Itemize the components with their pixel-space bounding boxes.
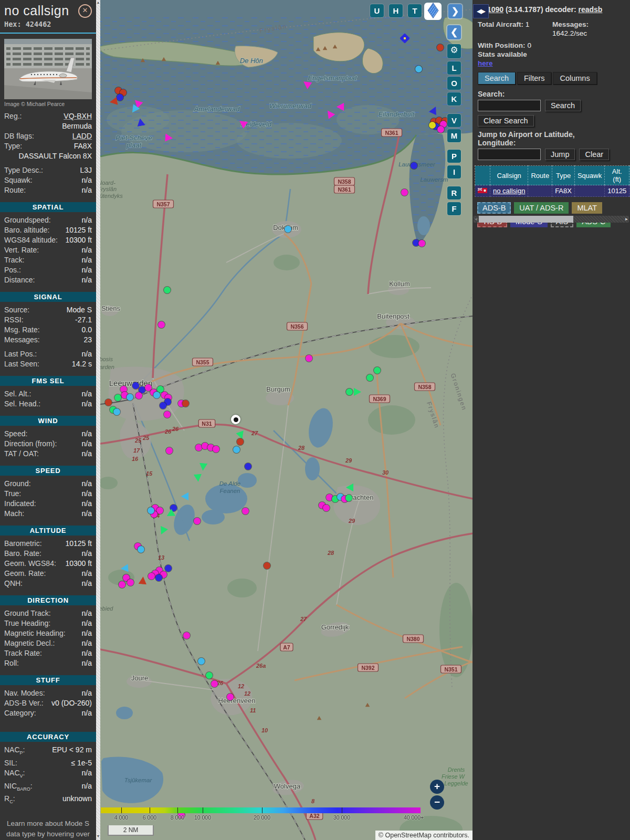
source-filter-ads-b[interactable]: ADS-B bbox=[477, 202, 511, 214]
aircraft-marker[interactable] bbox=[164, 287, 171, 293]
aircraft-marker[interactable] bbox=[206, 672, 213, 679]
aircraft-table-row[interactable]: no callsignFA8X10125 bbox=[475, 185, 630, 197]
map-button-r[interactable]: R bbox=[447, 186, 461, 200]
jump-input[interactable] bbox=[478, 149, 541, 160]
aircraft-marker[interactable] bbox=[155, 574, 162, 581]
aircraft-marker[interactable] bbox=[113, 408, 120, 415]
stats-here-link[interactable]: here bbox=[478, 59, 493, 67]
column-header[interactable]: Callsign bbox=[490, 166, 528, 185]
aircraft-marker[interactable] bbox=[127, 394, 133, 401]
aircraft-marker[interactable] bbox=[418, 240, 425, 247]
aircraft-marker[interactable] bbox=[165, 565, 172, 572]
readsb-link[interactable]: readsb bbox=[578, 5, 602, 14]
callsign-cell[interactable]: no callsign bbox=[490, 185, 528, 197]
aircraft-marker[interactable] bbox=[237, 438, 244, 445]
info-value-link[interactable]: LADD bbox=[34, 131, 92, 141]
aircraft-marker[interactable] bbox=[183, 632, 190, 639]
jump-clear-button[interactable]: Clear bbox=[579, 149, 609, 160]
aircraft-marker[interactable] bbox=[415, 66, 422, 72]
aircraft-marker[interactable] bbox=[198, 658, 205, 665]
aircraft-marker[interactable] bbox=[195, 444, 202, 451]
map-button-u[interactable]: U bbox=[370, 4, 384, 17]
aircraft-marker[interactable] bbox=[245, 463, 251, 470]
aircraft-marker[interactable] bbox=[366, 374, 373, 381]
aircraft-marker[interactable] bbox=[166, 447, 173, 454]
osm-link[interactable]: OpenStreetMap bbox=[385, 832, 431, 839]
zoom-in-button[interactable]: + bbox=[430, 780, 444, 794]
tab-columns[interactable]: Columns bbox=[553, 72, 596, 85]
scroll-right-icon[interactable]: ► bbox=[624, 216, 629, 223]
aircraft-marker[interactable] bbox=[160, 402, 166, 409]
source-filter-mlat[interactable]: MLAT bbox=[572, 202, 602, 214]
map-button-o[interactable]: O bbox=[447, 77, 461, 90]
map-button-h[interactable]: H bbox=[389, 4, 403, 17]
map-button-v[interactable]: V bbox=[447, 114, 461, 127]
tab-filters[interactable]: Filters bbox=[517, 72, 551, 85]
sidebar-scrollbar[interactable]: ▲ ▼ bbox=[96, 0, 100, 840]
aircraft-marker[interactable] bbox=[117, 94, 123, 101]
aircraft-marker[interactable] bbox=[213, 446, 219, 453]
map-button-l[interactable]: L bbox=[447, 61, 461, 75]
tab-search[interactable]: Search bbox=[478, 72, 516, 85]
close-icon[interactable]: ✕ bbox=[78, 4, 92, 18]
clear-search-button[interactable]: Clear Search bbox=[478, 115, 534, 127]
column-header[interactable]: Type bbox=[552, 166, 575, 185]
map-canvas[interactable]: N361N358N361N357N356N355N358N369N31N380A… bbox=[100, 0, 472, 840]
column-header[interactable]: Squawk bbox=[574, 166, 604, 185]
layers-button[interactable] bbox=[424, 3, 442, 20]
panel-expand-button[interactable]: ❯ bbox=[448, 4, 462, 18]
table-horizontal-scrollbar[interactable]: ◄ ► bbox=[474, 216, 629, 223]
aircraft-marker[interactable] bbox=[345, 495, 352, 501]
map-button-k[interactable]: K bbox=[447, 92, 461, 106]
aircraft-marker[interactable] bbox=[194, 518, 201, 524]
aircraft-marker[interactable] bbox=[306, 355, 312, 362]
aircraft-marker[interactable] bbox=[323, 505, 330, 511]
aircraft-marker[interactable] bbox=[114, 394, 121, 401]
scroll-left-icon[interactable]: ◄ bbox=[474, 216, 478, 223]
aircraft-marker[interactable] bbox=[437, 44, 444, 51]
search-input[interactable] bbox=[478, 100, 541, 111]
source-filter-uat-ads-r[interactable]: UAT / ADS-R bbox=[514, 202, 569, 214]
panel-toggle-icon[interactable]: ◀▶ bbox=[473, 4, 489, 18]
jump-button[interactable]: Jump bbox=[545, 149, 575, 160]
aircraft-marker[interactable] bbox=[437, 126, 444, 133]
aircraft-marker[interactable] bbox=[105, 399, 112, 406]
panel-collapse-button[interactable]: ❮ bbox=[447, 25, 461, 39]
search-button[interactable]: Search bbox=[545, 100, 581, 111]
aircraft-marker[interactable] bbox=[429, 122, 436, 129]
aircraft-photo[interactable] bbox=[4, 39, 92, 99]
map-button-t[interactable]: T bbox=[408, 4, 422, 17]
aircraft-marker[interactable] bbox=[211, 680, 218, 687]
map-button-p[interactable]: P bbox=[447, 150, 461, 163]
scroll-up-icon[interactable]: ▲ bbox=[96, 1, 100, 4]
aircraft-marker[interactable] bbox=[132, 382, 139, 389]
aircraft-marker[interactable] bbox=[164, 411, 171, 418]
aircraft-marker[interactable] bbox=[346, 388, 353, 395]
aircraft-marker[interactable] bbox=[285, 226, 291, 233]
aircraft-marker[interactable] bbox=[127, 579, 134, 586]
aircraft-marker[interactable] bbox=[182, 400, 189, 407]
aircraft-marker[interactable] bbox=[401, 189, 408, 196]
column-header[interactable]: Route bbox=[528, 166, 552, 185]
settings-gear-icon[interactable]: ⚙ bbox=[447, 44, 461, 58]
aircraft-marker[interactable] bbox=[411, 162, 417, 169]
aircraft-marker[interactable] bbox=[374, 367, 381, 374]
scroll-down-icon[interactable]: ▼ bbox=[96, 834, 100, 838]
callsign-link[interactable]: no callsign bbox=[493, 187, 525, 195]
column-header[interactable]: Alt. (ft) bbox=[605, 166, 629, 185]
aircraft-marker[interactable] bbox=[148, 573, 155, 580]
aircraft-marker[interactable] bbox=[233, 446, 240, 453]
aircraft-marker[interactable] bbox=[227, 694, 234, 700]
map-button-f[interactable]: F bbox=[447, 202, 461, 215]
aircraft-marker[interactable] bbox=[153, 392, 160, 398]
map-button-m[interactable]: M bbox=[447, 129, 461, 142]
aircraft-marker[interactable] bbox=[135, 392, 142, 399]
aircraft-marker[interactable] bbox=[242, 508, 249, 514]
aircraft-marker[interactable] bbox=[148, 507, 154, 514]
aircraft-marker[interactable] bbox=[158, 321, 165, 328]
map-button-i[interactable]: I bbox=[447, 165, 461, 178]
column-header[interactable] bbox=[475, 166, 490, 185]
zoom-out-button[interactable]: − bbox=[430, 795, 444, 810]
aircraft-marker[interactable] bbox=[119, 581, 125, 588]
selected-position-marker[interactable] bbox=[231, 415, 240, 424]
